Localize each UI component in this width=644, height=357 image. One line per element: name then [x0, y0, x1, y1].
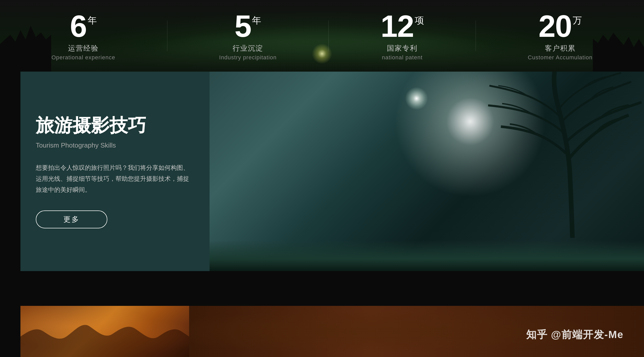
- photo-ground: [210, 240, 644, 271]
- stat-number-20: 20: [538, 11, 571, 41]
- card-description: 想要拍出令人惊叹的旅行照片吗？我们将分享如何构图、运用光线、捕捉细节等技巧，帮助…: [36, 162, 194, 195]
- stat-divider-1: [167, 20, 167, 51]
- stat-number-5: 5: [235, 11, 251, 41]
- stat-item-patent: 12 项 国家专利 national patent: [381, 11, 424, 61]
- stat-label-en-3: national patent: [382, 54, 422, 61]
- stat-label-cn-1: 运营经验: [68, 43, 99, 53]
- autumn-trees-svg: [20, 316, 189, 357]
- bottom-strip-margin: [0, 306, 20, 357]
- stat-number-row-1: 6 年: [70, 11, 97, 41]
- stat-number-12: 12: [381, 11, 413, 41]
- stat-unit-2: 年: [252, 16, 261, 25]
- bottom-strip-left-photo: [20, 306, 189, 357]
- stat-number-6: 6: [70, 11, 87, 41]
- card-title-english: Tourism Photography Skills: [36, 141, 194, 149]
- stat-unit-1: 年: [88, 16, 97, 25]
- stat-item-customer: 20 万 客户积累 Customer Accumulation: [528, 11, 592, 61]
- photo-main-image: [210, 72, 644, 271]
- stat-label-en-4: Customer Accumulation: [528, 54, 592, 61]
- stat-unit-3: 项: [415, 16, 424, 25]
- stat-label-en-1: Operational experience: [51, 54, 115, 61]
- stat-number-row-2: 5 年: [235, 11, 261, 41]
- stats-container: 6 年 运营经验 Operational experience 5 年 行业沉淀…: [0, 6, 644, 66]
- stat-label-cn-4: 客户积累: [545, 43, 576, 53]
- stat-divider-3: [476, 20, 476, 51]
- more-button[interactable]: 更多: [36, 210, 107, 228]
- watermark: 知乎 @前端开发-Me: [526, 328, 624, 342]
- moon-glow: [405, 87, 428, 110]
- stat-number-row-4: 20 万: [538, 11, 582, 41]
- stat-label-en-2: Industry precipitation: [219, 54, 277, 61]
- stat-divider-2: [328, 20, 329, 51]
- card-title-chinese: 旅游摄影技巧: [36, 114, 194, 136]
- stat-label-cn-3: 国家专利: [387, 43, 418, 53]
- stat-item-operational: 6 年 运营经验 Operational experience: [51, 11, 115, 61]
- tree-silhouette-svg: [465, 72, 644, 238]
- stat-unit-4: 万: [573, 16, 582, 25]
- hero-section: 6 年 运营经验 Operational experience 5 年 行业沉淀…: [0, 0, 644, 72]
- stat-label-cn-2: 行业沉淀: [233, 43, 263, 53]
- card-section: 旅游摄影技巧 Tourism Photography Skills 想要拍出令人…: [20, 72, 210, 271]
- stat-item-industry: 5 年 行业沉淀 Industry precipitation: [219, 11, 277, 61]
- stat-number-row-3: 12 项: [381, 11, 424, 41]
